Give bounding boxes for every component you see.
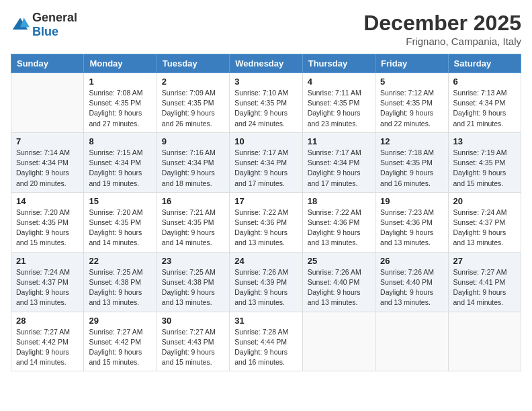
day-info: Sunrise: 7:17 AM Sunset: 4:34 PM Dayligh… <box>234 148 297 189</box>
calendar-week-4: 21Sunrise: 7:24 AM Sunset: 4:37 PM Dayli… <box>11 252 521 312</box>
weekday-header-thursday: Thursday <box>302 54 375 73</box>
logo: General Blue <box>11 11 77 39</box>
calendar-cell: 10Sunrise: 7:17 AM Sunset: 4:34 PM Dayli… <box>230 132 302 192</box>
day-number: 21 <box>16 256 79 266</box>
day-number: 26 <box>380 256 443 266</box>
logo-icon <box>11 15 30 34</box>
calendar-cell: 13Sunrise: 7:19 AM Sunset: 4:35 PM Dayli… <box>448 132 521 192</box>
weekday-header-monday: Monday <box>84 54 157 73</box>
weekday-header-tuesday: Tuesday <box>157 54 229 73</box>
day-info: Sunrise: 7:25 AM Sunset: 4:38 PM Dayligh… <box>162 267 224 308</box>
day-number: 14 <box>16 196 79 206</box>
day-number: 13 <box>453 136 516 146</box>
calendar-cell: 19Sunrise: 7:23 AM Sunset: 4:36 PM Dayli… <box>375 192 448 252</box>
weekday-header-sunday: Sunday <box>11 54 84 73</box>
calendar-cell <box>11 73 84 133</box>
day-info: Sunrise: 7:27 AM Sunset: 4:43 PM Dayligh… <box>162 327 224 368</box>
calendar-cell: 17Sunrise: 7:22 AM Sunset: 4:36 PM Dayli… <box>230 192 302 252</box>
calendar-cell: 24Sunrise: 7:26 AM Sunset: 4:39 PM Dayli… <box>230 252 302 312</box>
calendar-cell <box>375 312 448 371</box>
day-number: 18 <box>308 196 370 206</box>
day-number: 29 <box>89 316 151 326</box>
day-info: Sunrise: 7:27 AM Sunset: 4:41 PM Dayligh… <box>453 267 516 308</box>
day-number: 25 <box>308 256 370 266</box>
day-number: 23 <box>162 256 224 266</box>
month-title: December 2025 <box>363 11 521 36</box>
day-info: Sunrise: 7:13 AM Sunset: 4:34 PM Dayligh… <box>453 88 516 129</box>
day-info: Sunrise: 7:24 AM Sunset: 4:37 PM Dayligh… <box>453 208 516 248</box>
calendar-cell: 27Sunrise: 7:27 AM Sunset: 4:41 PM Dayli… <box>448 252 521 312</box>
day-number: 19 <box>380 196 443 206</box>
day-number: 12 <box>380 136 443 146</box>
page-header: General Blue December 2025 Frignano, Cam… <box>11 11 521 47</box>
day-number: 16 <box>162 196 224 206</box>
day-number: 11 <box>308 136 370 146</box>
calendar-week-1: 1Sunrise: 7:08 AM Sunset: 4:35 PM Daylig… <box>11 73 521 133</box>
calendar-cell: 4Sunrise: 7:11 AM Sunset: 4:35 PM Daylig… <box>302 73 375 133</box>
calendar-cell: 11Sunrise: 7:17 AM Sunset: 4:34 PM Dayli… <box>302 132 375 192</box>
day-info: Sunrise: 7:17 AM Sunset: 4:34 PM Dayligh… <box>308 148 370 189</box>
day-info: Sunrise: 7:22 AM Sunset: 4:36 PM Dayligh… <box>234 208 297 248</box>
calendar-cell: 18Sunrise: 7:22 AM Sunset: 4:36 PM Dayli… <box>302 192 375 252</box>
calendar-body: 1Sunrise: 7:08 AM Sunset: 4:35 PM Daylig… <box>11 73 521 371</box>
day-number: 9 <box>162 136 224 146</box>
day-number: 4 <box>308 77 370 87</box>
calendar-cell: 9Sunrise: 7:16 AM Sunset: 4:34 PM Daylig… <box>157 132 229 192</box>
day-info: Sunrise: 7:21 AM Sunset: 4:35 PM Dayligh… <box>162 208 224 248</box>
calendar-cell: 21Sunrise: 7:24 AM Sunset: 4:37 PM Dayli… <box>11 252 84 312</box>
day-number: 1 <box>89 77 151 87</box>
day-info: Sunrise: 7:20 AM Sunset: 4:35 PM Dayligh… <box>89 208 151 248</box>
day-info: Sunrise: 7:08 AM Sunset: 4:35 PM Dayligh… <box>89 88 151 129</box>
weekday-header-wednesday: Wednesday <box>230 54 302 73</box>
day-info: Sunrise: 7:28 AM Sunset: 4:44 PM Dayligh… <box>234 327 297 368</box>
day-number: 31 <box>234 316 297 326</box>
calendar-cell: 7Sunrise: 7:14 AM Sunset: 4:34 PM Daylig… <box>11 132 84 192</box>
title-block: December 2025 Frignano, Campania, Italy <box>363 11 521 47</box>
day-number: 24 <box>234 256 297 266</box>
calendar-cell: 22Sunrise: 7:25 AM Sunset: 4:38 PM Dayli… <box>84 252 157 312</box>
calendar-cell: 28Sunrise: 7:27 AM Sunset: 4:42 PM Dayli… <box>11 312 84 371</box>
calendar-cell: 12Sunrise: 7:18 AM Sunset: 4:35 PM Dayli… <box>375 132 448 192</box>
day-info: Sunrise: 7:12 AM Sunset: 4:35 PM Dayligh… <box>380 88 443 129</box>
day-info: Sunrise: 7:27 AM Sunset: 4:42 PM Dayligh… <box>89 327 151 368</box>
calendar-cell: 16Sunrise: 7:21 AM Sunset: 4:35 PM Dayli… <box>157 192 229 252</box>
calendar-cell: 30Sunrise: 7:27 AM Sunset: 4:43 PM Dayli… <box>157 312 229 371</box>
day-number: 5 <box>380 77 443 87</box>
day-info: Sunrise: 7:27 AM Sunset: 4:42 PM Dayligh… <box>16 327 79 368</box>
day-info: Sunrise: 7:19 AM Sunset: 4:35 PM Dayligh… <box>453 148 516 189</box>
day-info: Sunrise: 7:20 AM Sunset: 4:35 PM Dayligh… <box>16 208 79 248</box>
day-info: Sunrise: 7:09 AM Sunset: 4:35 PM Dayligh… <box>162 88 224 129</box>
location-text: Frignano, Campania, Italy <box>363 36 521 47</box>
day-number: 7 <box>16 136 79 146</box>
day-number: 22 <box>89 256 151 266</box>
weekday-header-saturday: Saturday <box>448 54 521 73</box>
calendar-cell: 14Sunrise: 7:20 AM Sunset: 4:35 PM Dayli… <box>11 192 84 252</box>
day-info: Sunrise: 7:11 AM Sunset: 4:35 PM Dayligh… <box>308 88 370 129</box>
calendar-cell: 25Sunrise: 7:26 AM Sunset: 4:40 PM Dayli… <box>302 252 375 312</box>
calendar-cell <box>448 312 521 371</box>
day-number: 3 <box>234 77 297 87</box>
day-info: Sunrise: 7:26 AM Sunset: 4:39 PM Dayligh… <box>234 267 297 308</box>
calendar-cell: 23Sunrise: 7:25 AM Sunset: 4:38 PM Dayli… <box>157 252 229 312</box>
day-info: Sunrise: 7:24 AM Sunset: 4:37 PM Dayligh… <box>16 267 79 308</box>
calendar-cell: 15Sunrise: 7:20 AM Sunset: 4:35 PM Dayli… <box>84 192 157 252</box>
calendar-cell: 1Sunrise: 7:08 AM Sunset: 4:35 PM Daylig… <box>84 73 157 133</box>
calendar-cell: 2Sunrise: 7:09 AM Sunset: 4:35 PM Daylig… <box>157 73 229 133</box>
day-number: 28 <box>16 316 79 326</box>
day-info: Sunrise: 7:16 AM Sunset: 4:34 PM Dayligh… <box>162 148 224 189</box>
calendar-cell: 8Sunrise: 7:15 AM Sunset: 4:34 PM Daylig… <box>84 132 157 192</box>
calendar-cell: 31Sunrise: 7:28 AM Sunset: 4:44 PM Dayli… <box>230 312 302 371</box>
day-number: 2 <box>162 77 224 87</box>
day-info: Sunrise: 7:14 AM Sunset: 4:34 PM Dayligh… <box>16 148 79 189</box>
calendar-week-2: 7Sunrise: 7:14 AM Sunset: 4:34 PM Daylig… <box>11 132 521 192</box>
day-info: Sunrise: 7:22 AM Sunset: 4:36 PM Dayligh… <box>308 208 370 248</box>
day-number: 27 <box>453 256 516 266</box>
logo-blue-text: Blue <box>32 25 58 38</box>
day-number: 10 <box>234 136 297 146</box>
day-info: Sunrise: 7:10 AM Sunset: 4:35 PM Dayligh… <box>234 88 297 129</box>
calendar-cell: 3Sunrise: 7:10 AM Sunset: 4:35 PM Daylig… <box>230 73 302 133</box>
day-number: 30 <box>162 316 224 326</box>
day-info: Sunrise: 7:26 AM Sunset: 4:40 PM Dayligh… <box>380 267 443 308</box>
day-number: 20 <box>453 196 516 206</box>
weekday-header-row: SundayMondayTuesdayWednesdayThursdayFrid… <box>11 54 521 73</box>
